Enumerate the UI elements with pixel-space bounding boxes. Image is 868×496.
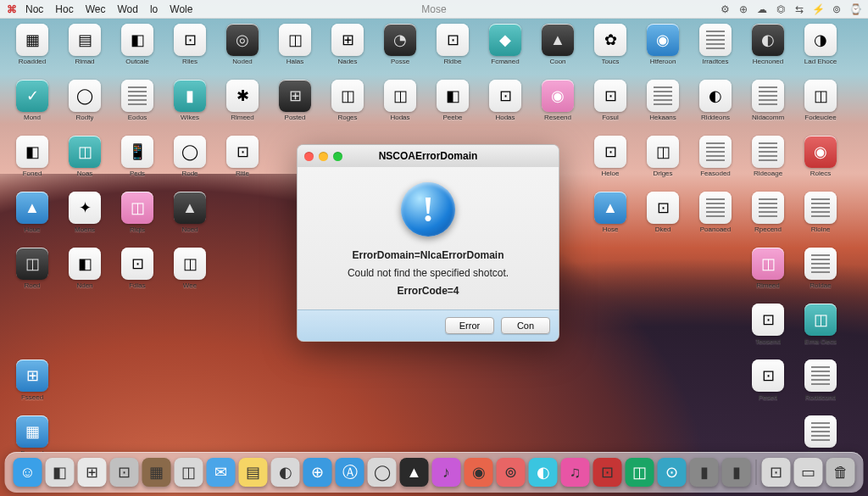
desktop-icon[interactable]: Roddcond bbox=[795, 359, 846, 412]
menubar-status-icon[interactable]: ☁ bbox=[756, 3, 768, 15]
desktop-icon[interactable]: ◫Roed bbox=[7, 248, 58, 300]
dock-item[interactable]: ⊕ bbox=[303, 458, 332, 487]
menubar-status-icon[interactable]: ⇆ bbox=[793, 3, 805, 15]
dock-item[interactable]: ▮ bbox=[690, 458, 719, 487]
desktop-icon[interactable]: ✱Rlmeed bbox=[217, 80, 268, 132]
desktop-icon[interactable]: 📱Peds bbox=[112, 136, 163, 188]
desktop-icon[interactable]: Nidacomm bbox=[743, 80, 793, 132]
desktop-icon[interactable]: ◆Fcmaned bbox=[480, 24, 531, 76]
desktop-icon[interactable]: Eodos bbox=[112, 80, 163, 132]
desktop-icon[interactable]: ◧Foned bbox=[7, 136, 58, 188]
desktop-icon[interactable]: Rlolne bbox=[795, 192, 846, 244]
desktop-icon[interactable]: ⊡Rldbe bbox=[427, 24, 478, 76]
dock-item[interactable]: ◧ bbox=[46, 458, 75, 487]
menu-item[interactable]: Hoc bbox=[55, 3, 73, 15]
desktop-icon[interactable]: ⊞Fsseed bbox=[7, 359, 58, 412]
desktop-icon[interactable]: ◉Reseend bbox=[532, 80, 583, 132]
desktop-icon[interactable]: ⊡Rltle bbox=[217, 136, 268, 188]
desktop-icon[interactable]: ⊡Dked bbox=[637, 192, 688, 244]
desktop-icon[interactable]: ▦Roadded bbox=[7, 24, 58, 76]
menu-item[interactable]: Wod bbox=[117, 3, 137, 15]
desktop-icon[interactable]: ◐Rlddeons bbox=[690, 80, 741, 132]
dock-item[interactable]: ▭ bbox=[794, 458, 823, 487]
dock-item[interactable]: ⊚ bbox=[497, 458, 526, 487]
desktop-icon[interactable]: ◫Rlmeed bbox=[743, 248, 793, 300]
desktop-icon[interactable]: ✿Toucs bbox=[585, 24, 636, 76]
menu-item[interactable]: Wec bbox=[86, 3, 106, 15]
desktop-icon[interactable]: ◉Rolecs bbox=[795, 136, 846, 188]
desktop-icon[interactable]: ◫Wee bbox=[164, 248, 215, 300]
desktop-icon[interactable]: ◧Nden bbox=[59, 248, 110, 300]
desktop-icon[interactable]: ✦Moens bbox=[59, 192, 110, 244]
dock-item[interactable]: ◐ bbox=[529, 458, 558, 487]
dock-item[interactable]: ◐ bbox=[271, 458, 300, 487]
desktop-icon[interactable]: ⊡Pesed bbox=[743, 359, 793, 412]
desktop-icon[interactable]: ◎Noded bbox=[217, 24, 268, 76]
menu-item[interactable]: Wole bbox=[170, 3, 192, 15]
menubar-status-icon[interactable]: ⊚ bbox=[831, 3, 843, 15]
desktop-icon[interactable]: ◫Erna Oecs bbox=[795, 304, 846, 356]
dock-item[interactable]: ◫ bbox=[626, 458, 654, 487]
desktop-icon[interactable]: ◔Posse bbox=[375, 24, 426, 76]
desktop-icon[interactable]: ◯Rode bbox=[164, 136, 215, 188]
desktop-icon[interactable]: ⊡Heloe bbox=[585, 136, 636, 188]
minimize-icon[interactable] bbox=[319, 152, 328, 161]
desktop-icon[interactable]: ◫Roges bbox=[322, 80, 373, 132]
desktop-icon[interactable]: Rpecend bbox=[743, 192, 793, 244]
desktop-icon[interactable]: ▲Hose bbox=[585, 192, 636, 244]
desktop-icon[interactable]: ◐Hecnoned bbox=[743, 24, 793, 76]
dialog-titlebar[interactable]: NSCOAErrorDomain bbox=[298, 145, 559, 167]
dock-item[interactable]: ▲ bbox=[400, 458, 429, 487]
dock-item[interactable]: 🗑 bbox=[826, 458, 855, 487]
desktop-icon[interactable]: ◫Drlges bbox=[637, 136, 688, 188]
desktop-icon[interactable]: ▲Coon bbox=[532, 24, 583, 76]
desktop-icon[interactable]: ⊡Teosend bbox=[743, 304, 793, 356]
dock-item[interactable]: ⊡ bbox=[593, 458, 622, 487]
desktop-icon[interactable]: ✓Mond bbox=[7, 80, 58, 132]
desktop-icon[interactable]: ⊡Rlles bbox=[164, 24, 215, 76]
desktop-icon[interactable]: Roldae bbox=[795, 248, 846, 300]
error-button[interactable]: Error bbox=[445, 317, 494, 334]
dock-item[interactable]: ♫ bbox=[561, 458, 590, 487]
menu-item[interactable]: Noc bbox=[25, 3, 43, 15]
desktop-icon[interactable]: ◧Outcale bbox=[112, 24, 163, 76]
dock-item[interactable]: ▦ bbox=[142, 458, 171, 487]
desktop-icon[interactable]: ⊡Fdlas bbox=[112, 248, 163, 300]
menubar-status-icon[interactable]: ⚙ bbox=[719, 3, 731, 15]
dock-item[interactable]: ✉ bbox=[207, 458, 236, 487]
desktop-icon[interactable]: Poanoaed bbox=[690, 192, 741, 244]
con-button[interactable]: Con bbox=[501, 317, 550, 334]
desktop-icon[interactable]: ▲Noed bbox=[164, 192, 215, 244]
dock-item[interactable]: ⊙ bbox=[658, 458, 687, 487]
desktop-icon[interactable]: ⊞Nades bbox=[322, 24, 373, 76]
dock-item[interactable]: ⊡ bbox=[762, 458, 791, 487]
desktop-icon[interactable]: ▤Rlmad bbox=[59, 24, 110, 76]
desktop-icon[interactable]: ▮Wikes bbox=[164, 80, 215, 132]
menubar-status-icon[interactable]: ⏣ bbox=[775, 3, 787, 15]
desktop-icon[interactable]: Rldeoage bbox=[743, 136, 793, 188]
desktop-icon[interactable]: ▲Houe bbox=[7, 192, 58, 244]
dock-item[interactable]: ◯ bbox=[368, 458, 397, 487]
desktop-icon[interactable]: ⊡Fosul bbox=[585, 80, 636, 132]
desktop-icon[interactable]: ◑Lad Ehoce bbox=[795, 24, 846, 76]
desktop-icon[interactable]: Hekaans bbox=[637, 80, 688, 132]
dock-item[interactable]: ☺ bbox=[14, 458, 42, 487]
desktop-icon[interactable]: Irradtces bbox=[690, 24, 741, 76]
desktop-icon[interactable]: ◫Rlqls bbox=[112, 192, 163, 244]
dock-item[interactable]: Ⓐ bbox=[336, 458, 364, 487]
desktop-icon[interactable]: ◫Noas bbox=[59, 136, 110, 188]
desktop-icon[interactable]: ◧Peebe bbox=[427, 80, 478, 132]
dock-item[interactable]: ♪ bbox=[432, 458, 461, 487]
dock-item[interactable]: ▮ bbox=[722, 458, 751, 487]
menubar-status-icon[interactable]: ⚡ bbox=[812, 3, 824, 15]
menu-item[interactable]: lo bbox=[150, 3, 158, 15]
dock-item[interactable]: ◫ bbox=[175, 458, 203, 487]
close-icon[interactable] bbox=[304, 152, 314, 161]
desktop-icon[interactable]: ◫Hodas bbox=[375, 80, 426, 132]
dock-item[interactable]: ⊞ bbox=[78, 458, 107, 487]
desktop-icon[interactable]: ⊡Hodas bbox=[480, 80, 531, 132]
menubar-status-icon[interactable]: ⌚ bbox=[849, 3, 861, 15]
desktop-icon[interactable]: ◫Fodeuciee bbox=[795, 80, 846, 132]
apple-menu-icon[interactable]: ⌘ bbox=[7, 3, 17, 15]
dock-item[interactable]: ◉ bbox=[465, 458, 493, 487]
